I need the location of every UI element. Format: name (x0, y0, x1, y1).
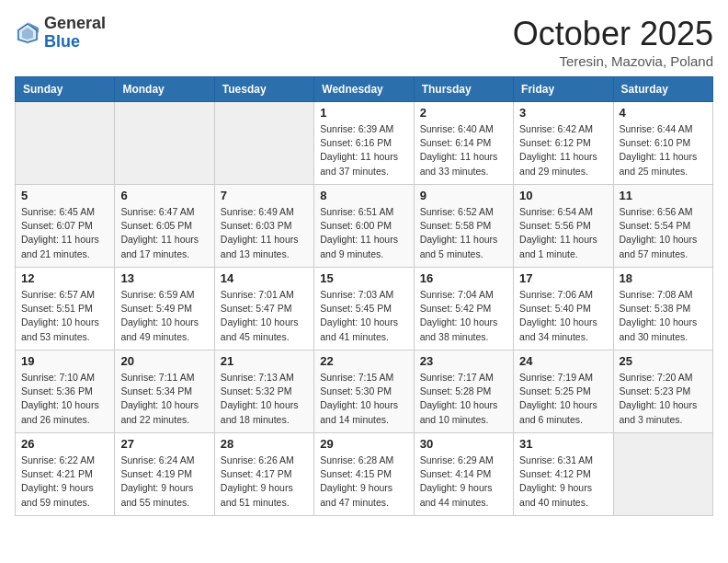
day-number: 6 (120, 189, 208, 202)
day-info: Sunrise: 6:31 AM Sunset: 4:12 PM Dayligh… (519, 454, 607, 510)
title-block: October 2025 Teresin, Mazovia, Poland (513, 15, 713, 69)
weekday-header-wednesday: Wednesday (314, 77, 414, 102)
day-cell-12: 12Sunrise: 6:57 AM Sunset: 5:51 PM Dayli… (16, 268, 115, 350)
day-cell-5: 5Sunrise: 6:45 AM Sunset: 6:07 PM Daylig… (16, 185, 115, 268)
day-number: 26 (21, 437, 108, 451)
day-number: 15 (320, 271, 407, 285)
day-cell-27: 27Sunrise: 6:24 AM Sunset: 4:19 PM Dayli… (115, 433, 214, 516)
day-number: 4 (620, 106, 707, 120)
day-cell-22: 22Sunrise: 7:15 AM Sunset: 5:30 PM Dayli… (314, 350, 414, 433)
day-info: Sunrise: 7:04 AM Sunset: 5:42 PM Dayligh… (420, 288, 507, 344)
week-row-5: 26Sunrise: 6:22 AM Sunset: 4:21 PM Dayli… (16, 433, 713, 516)
day-info: Sunrise: 6:40 AM Sunset: 6:14 PM Dayligh… (420, 122, 507, 178)
day-cell-2: 2Sunrise: 6:40 AM Sunset: 6:14 PM Daylig… (414, 102, 513, 185)
day-number: 14 (221, 271, 308, 285)
day-number: 7 (221, 189, 308, 202)
logo-blue: Blue (44, 32, 80, 51)
day-cell-16: 16Sunrise: 7:04 AM Sunset: 5:42 PM Dayli… (414, 268, 513, 350)
weekday-header-saturday: Saturday (613, 77, 712, 102)
day-number: 2 (420, 106, 507, 120)
day-number: 27 (120, 437, 208, 451)
week-row-4: 19Sunrise: 7:10 AM Sunset: 5:36 PM Dayli… (16, 350, 713, 433)
day-cell-30: 30Sunrise: 6:29 AM Sunset: 4:14 PM Dayli… (414, 433, 513, 516)
day-info: Sunrise: 7:01 AM Sunset: 5:47 PM Dayligh… (221, 288, 308, 344)
day-number: 31 (519, 437, 607, 451)
day-number: 11 (620, 189, 707, 202)
day-cell-18: 18Sunrise: 7:08 AM Sunset: 5:38 PM Dayli… (613, 268, 712, 350)
day-number: 8 (320, 189, 407, 202)
day-info: Sunrise: 7:03 AM Sunset: 5:45 PM Dayligh… (320, 288, 407, 344)
day-info: Sunrise: 6:51 AM Sunset: 6:00 PM Dayligh… (320, 205, 407, 261)
day-info: Sunrise: 7:06 AM Sunset: 5:40 PM Dayligh… (519, 288, 607, 344)
day-number: 25 (620, 354, 707, 368)
day-cell-23: 23Sunrise: 7:17 AM Sunset: 5:28 PM Dayli… (414, 350, 513, 433)
day-number: 21 (221, 354, 308, 368)
day-number: 16 (420, 271, 507, 285)
day-info: Sunrise: 6:24 AM Sunset: 4:19 PM Dayligh… (120, 454, 208, 510)
day-cell-14: 14Sunrise: 7:01 AM Sunset: 5:47 PM Dayli… (214, 268, 313, 350)
day-cell-6: 6Sunrise: 6:47 AM Sunset: 6:05 PM Daylig… (115, 185, 214, 268)
day-info: Sunrise: 6:45 AM Sunset: 6:07 PM Dayligh… (21, 205, 108, 261)
day-info: Sunrise: 6:47 AM Sunset: 6:05 PM Dayligh… (120, 205, 208, 261)
day-cell-26: 26Sunrise: 6:22 AM Sunset: 4:21 PM Dayli… (16, 433, 115, 516)
day-info: Sunrise: 6:39 AM Sunset: 6:16 PM Dayligh… (320, 122, 407, 178)
day-info: Sunrise: 6:57 AM Sunset: 5:51 PM Dayligh… (21, 288, 108, 344)
day-cell-20: 20Sunrise: 7:11 AM Sunset: 5:34 PM Dayli… (115, 350, 214, 433)
day-info: Sunrise: 6:29 AM Sunset: 4:14 PM Dayligh… (420, 454, 507, 510)
day-number: 23 (420, 354, 507, 368)
logo-icon (15, 20, 40, 46)
day-info: Sunrise: 6:44 AM Sunset: 6:10 PM Dayligh… (620, 122, 707, 178)
day-cell-9: 9Sunrise: 6:52 AM Sunset: 5:58 PM Daylig… (414, 185, 513, 268)
day-info: Sunrise: 7:15 AM Sunset: 5:30 PM Dayligh… (320, 371, 407, 427)
day-cell-3: 3Sunrise: 6:42 AM Sunset: 6:12 PM Daylig… (514, 102, 613, 185)
weekday-header-sunday: Sunday (16, 77, 115, 102)
day-number: 29 (320, 437, 407, 451)
logo: General Blue (15, 15, 106, 52)
day-cell-25: 25Sunrise: 7:20 AM Sunset: 5:23 PM Dayli… (613, 350, 712, 433)
day-cell-19: 19Sunrise: 7:10 AM Sunset: 5:36 PM Dayli… (16, 350, 115, 433)
day-number: 20 (120, 354, 208, 368)
weekday-header-thursday: Thursday (414, 77, 513, 102)
week-row-3: 12Sunrise: 6:57 AM Sunset: 5:51 PM Dayli… (16, 268, 713, 350)
day-cell-28: 28Sunrise: 6:26 AM Sunset: 4:17 PM Dayli… (214, 433, 313, 516)
location: Teresin, Mazovia, Poland (513, 53, 713, 69)
day-cell-10: 10Sunrise: 6:54 AM Sunset: 5:56 PM Dayli… (514, 185, 613, 268)
day-info: Sunrise: 6:28 AM Sunset: 4:15 PM Dayligh… (320, 454, 407, 510)
empty-cell (613, 433, 712, 516)
day-cell-8: 8Sunrise: 6:51 AM Sunset: 6:00 PM Daylig… (314, 185, 414, 268)
week-row-1: 1Sunrise: 6:39 AM Sunset: 6:16 PM Daylig… (16, 102, 713, 185)
day-info: Sunrise: 6:56 AM Sunset: 5:54 PM Dayligh… (620, 205, 707, 261)
weekday-header-tuesday: Tuesday (214, 77, 313, 102)
day-cell-24: 24Sunrise: 7:19 AM Sunset: 5:25 PM Dayli… (514, 350, 613, 433)
logo-general: General (44, 14, 106, 32)
weekday-header-monday: Monday (115, 77, 214, 102)
weekday-header-friday: Friday (514, 77, 613, 102)
day-info: Sunrise: 6:22 AM Sunset: 4:21 PM Dayligh… (21, 454, 108, 510)
day-info: Sunrise: 7:08 AM Sunset: 5:38 PM Dayligh… (620, 288, 707, 344)
empty-cell (115, 102, 214, 185)
weekday-header-row: SundayMondayTuesdayWednesdayThursdayFrid… (16, 77, 713, 102)
day-number: 17 (519, 271, 607, 285)
day-cell-17: 17Sunrise: 7:06 AM Sunset: 5:40 PM Dayli… (514, 268, 613, 350)
day-info: Sunrise: 6:59 AM Sunset: 5:49 PM Dayligh… (120, 288, 208, 344)
day-info: Sunrise: 6:54 AM Sunset: 5:56 PM Dayligh… (519, 205, 607, 261)
day-info: Sunrise: 7:11 AM Sunset: 5:34 PM Dayligh… (120, 371, 208, 427)
day-info: Sunrise: 7:13 AM Sunset: 5:32 PM Dayligh… (221, 371, 308, 427)
day-number: 5 (21, 189, 108, 202)
week-row-2: 5Sunrise: 6:45 AM Sunset: 6:07 PM Daylig… (16, 185, 713, 268)
day-info: Sunrise: 6:26 AM Sunset: 4:17 PM Dayligh… (221, 454, 308, 510)
day-cell-21: 21Sunrise: 7:13 AM Sunset: 5:32 PM Dayli… (214, 350, 313, 433)
day-cell-7: 7Sunrise: 6:49 AM Sunset: 6:03 PM Daylig… (214, 185, 313, 268)
day-number: 30 (420, 437, 507, 451)
day-cell-29: 29Sunrise: 6:28 AM Sunset: 4:15 PM Dayli… (314, 433, 414, 516)
day-cell-4: 4Sunrise: 6:44 AM Sunset: 6:10 PM Daylig… (613, 102, 712, 185)
day-info: Sunrise: 7:10 AM Sunset: 5:36 PM Dayligh… (21, 371, 108, 427)
day-cell-1: 1Sunrise: 6:39 AM Sunset: 6:16 PM Daylig… (314, 102, 414, 185)
day-number: 9 (420, 189, 507, 202)
empty-cell (214, 102, 313, 185)
day-number: 18 (620, 271, 707, 285)
day-info: Sunrise: 7:19 AM Sunset: 5:25 PM Dayligh… (519, 371, 607, 427)
day-cell-11: 11Sunrise: 6:56 AM Sunset: 5:54 PM Dayli… (613, 185, 712, 268)
calendar-table: SundayMondayTuesdayWednesdayThursdayFrid… (15, 76, 713, 516)
day-info: Sunrise: 6:42 AM Sunset: 6:12 PM Dayligh… (519, 122, 607, 178)
